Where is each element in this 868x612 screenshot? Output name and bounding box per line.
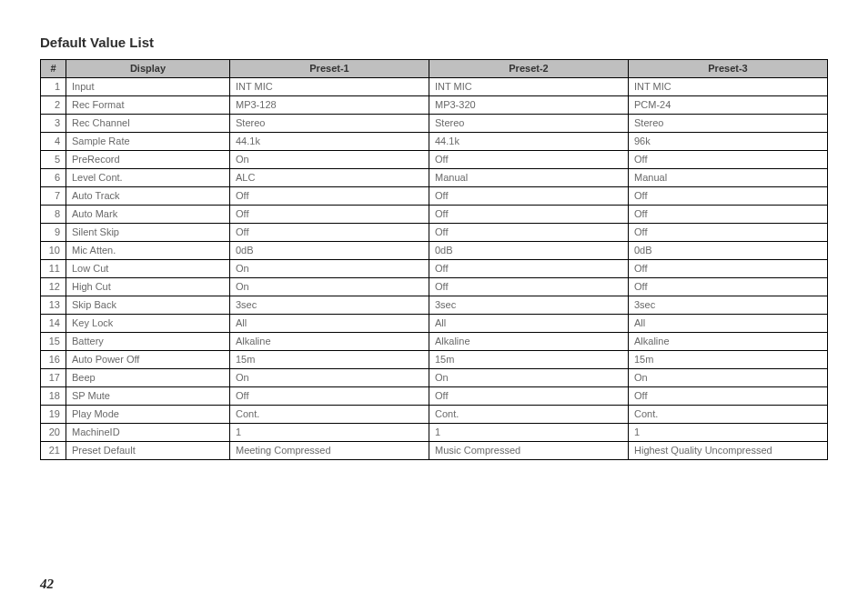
- table-row: 14Key LockAllAllAll: [41, 315, 828, 333]
- cell-display: Beep: [66, 369, 230, 387]
- cell-preset-2: 3sec: [429, 296, 629, 315]
- cell-row-number: 10: [41, 242, 66, 260]
- cell-preset-3: Off: [629, 206, 828, 224]
- cell-preset-2: Alkaline: [429, 333, 629, 351]
- cell-row-number: 9: [41, 224, 66, 242]
- table-row: 13Skip Back3sec3sec3sec: [41, 296, 828, 315]
- cell-preset-3: 3sec: [629, 296, 828, 315]
- cell-preset-3: Off: [629, 260, 828, 278]
- cell-display: PreRecord: [66, 151, 230, 169]
- cell-preset-2: Stereo: [429, 115, 629, 133]
- cell-preset-1: 0dB: [230, 242, 429, 260]
- table-body: 1InputINT MICINT MICINT MIC2Rec FormatMP…: [41, 78, 828, 460]
- cell-row-number: 5: [41, 151, 66, 169]
- cell-preset-2: Off: [429, 224, 629, 242]
- cell-row-number: 8: [41, 206, 66, 224]
- table-row: 21Preset DefaultMeeting CompressedMusic …: [41, 442, 828, 460]
- col-header-preset3: Preset-3: [629, 60, 828, 78]
- cell-row-number: 21: [41, 442, 66, 460]
- cell-display: Preset Default: [66, 442, 230, 460]
- table-row: 6Level Cont.ALCManualManual: [41, 169, 828, 187]
- table-row: 7Auto TrackOffOffOff: [41, 187, 828, 206]
- cell-preset-2: 44.1k: [429, 133, 629, 151]
- table-row: 10Mic Atten.0dB0dB0dB: [41, 242, 828, 260]
- cell-row-number: 17: [41, 369, 66, 387]
- cell-preset-1: Off: [230, 224, 429, 242]
- cell-display: Rec Format: [66, 96, 230, 115]
- table-row: 19Play ModeCont.Cont.Cont.: [41, 406, 828, 424]
- cell-row-number: 11: [41, 260, 66, 278]
- cell-preset-3: Off: [629, 187, 828, 206]
- cell-preset-1: INT MIC: [230, 78, 429, 96]
- cell-display: Rec Channel: [66, 115, 230, 133]
- table-row: 11Low CutOnOffOff: [41, 260, 828, 278]
- cell-preset-2: On: [429, 369, 629, 387]
- cell-preset-1: Off: [230, 387, 429, 406]
- cell-preset-2: Cont.: [429, 406, 629, 424]
- cell-preset-3: Off: [629, 278, 828, 296]
- cell-preset-1: All: [230, 315, 429, 333]
- cell-preset-1: Meeting Compressed: [230, 442, 429, 460]
- cell-preset-1: On: [230, 369, 429, 387]
- cell-row-number: 16: [41, 351, 66, 369]
- table-row: 5PreRecordOnOffOff: [41, 151, 828, 169]
- cell-preset-2: MP3-320: [429, 96, 629, 115]
- cell-preset-1: ALC: [230, 169, 429, 187]
- page-number: 42: [40, 577, 54, 592]
- cell-display: Auto Power Off: [66, 351, 230, 369]
- cell-preset-2: Off: [429, 187, 629, 206]
- cell-preset-1: Alkaline: [230, 333, 429, 351]
- cell-preset-1: 44.1k: [230, 133, 429, 151]
- cell-preset-3: 96k: [629, 133, 828, 151]
- cell-preset-2: INT MIC: [429, 78, 629, 96]
- cell-preset-3: Off: [629, 151, 828, 169]
- default-value-table: # Display Preset-1 Preset-2 Preset-3 1In…: [40, 59, 828, 460]
- cell-display: Sample Rate: [66, 133, 230, 151]
- cell-display: Mic Atten.: [66, 242, 230, 260]
- cell-preset-1: 15m: [230, 351, 429, 369]
- cell-preset-3: Off: [629, 387, 828, 406]
- cell-preset-3: Alkaline: [629, 333, 828, 351]
- col-header-preset2: Preset-2: [429, 60, 629, 78]
- cell-preset-1: Off: [230, 206, 429, 224]
- cell-row-number: 12: [41, 278, 66, 296]
- cell-preset-3: All: [629, 315, 828, 333]
- cell-preset-3: INT MIC: [629, 78, 828, 96]
- cell-preset-2: All: [429, 315, 629, 333]
- cell-row-number: 14: [41, 315, 66, 333]
- cell-preset-1: MP3-128: [230, 96, 429, 115]
- cell-row-number: 20: [41, 424, 66, 442]
- document-page: Default Value List # Display Preset-1 Pr…: [0, 0, 868, 612]
- table-row: 15BatteryAlkalineAlkalineAlkaline: [41, 333, 828, 351]
- cell-preset-3: Cont.: [629, 406, 828, 424]
- table-row: 20MachineID111: [41, 424, 828, 442]
- table-row: 18SP MuteOffOffOff: [41, 387, 828, 406]
- cell-display: Auto Track: [66, 187, 230, 206]
- cell-preset-2: Music Compressed: [429, 442, 629, 460]
- cell-row-number: 19: [41, 406, 66, 424]
- cell-display: Silent Skip: [66, 224, 230, 242]
- cell-row-number: 13: [41, 296, 66, 315]
- cell-row-number: 15: [41, 333, 66, 351]
- cell-preset-2: Off: [429, 278, 629, 296]
- cell-row-number: 4: [41, 133, 66, 151]
- table-row: 9Silent SkipOffOffOff: [41, 224, 828, 242]
- col-header-num: #: [41, 60, 66, 78]
- cell-preset-3: On: [629, 369, 828, 387]
- cell-preset-3: 0dB: [629, 242, 828, 260]
- cell-display: Input: [66, 78, 230, 96]
- cell-preset-3: Off: [629, 224, 828, 242]
- table-row: 8Auto MarkOffOffOff: [41, 206, 828, 224]
- cell-preset-1: On: [230, 260, 429, 278]
- cell-display: Level Cont.: [66, 169, 230, 187]
- cell-preset-1: 3sec: [230, 296, 429, 315]
- cell-display: Play Mode: [66, 406, 230, 424]
- cell-preset-1: On: [230, 278, 429, 296]
- table-row: 2Rec FormatMP3-128MP3-320PCM-24: [41, 96, 828, 115]
- cell-row-number: 3: [41, 115, 66, 133]
- table-row: 1InputINT MICINT MICINT MIC: [41, 78, 828, 96]
- cell-preset-2: 15m: [429, 351, 629, 369]
- cell-preset-1: 1: [230, 424, 429, 442]
- cell-preset-3: 15m: [629, 351, 828, 369]
- cell-display: SP Mute: [66, 387, 230, 406]
